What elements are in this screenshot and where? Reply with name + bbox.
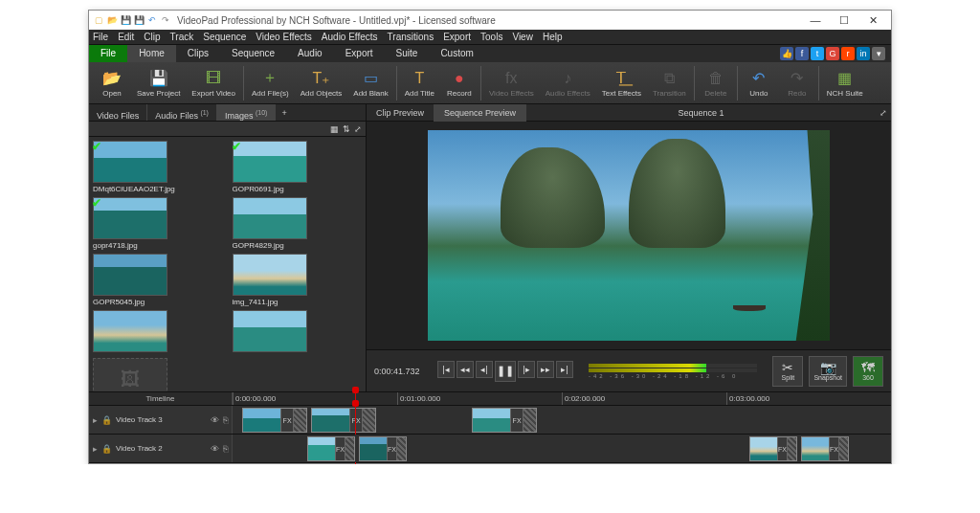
bin-tab-video-files[interactable]: Video Files [89, 104, 147, 121]
clip-fx-icon[interactable]: FX [387, 437, 396, 460]
bin-tab-images[interactable]: Images (10) [217, 104, 276, 121]
preview-tab-sequence-preview[interactable]: Sequence Preview [434, 104, 526, 122]
menu-view[interactable]: View [512, 32, 533, 42]
bin-tab-audio-files[interactable]: Audio Files (1) [147, 104, 217, 121]
clip-fx-icon[interactable]: FX [335, 437, 345, 460]
video-preview-frame[interactable] [428, 130, 830, 341]
ribbon-tab-audio[interactable]: Audio [286, 45, 334, 62]
more-icon[interactable]: ▾ [872, 47, 885, 60]
like-icon[interactable]: 👍 [780, 47, 793, 60]
media-thumb[interactable] [233, 310, 363, 354]
clip-transition-icon[interactable] [523, 409, 536, 432]
add-file-s--button[interactable]: ＋Add File(s) [246, 64, 295, 102]
bin-expand-icon[interactable]: ⤢ [354, 124, 362, 134]
ribbon-tab-home[interactable]: Home [127, 45, 176, 62]
track-header[interactable]: ▸🔒Video Track 3👁⎘ [89, 406, 233, 434]
track-collapse-icon[interactable]: ▸ [93, 444, 98, 454]
menu-file[interactable]: File [93, 32, 108, 42]
menu-sequence[interactable]: Sequence [203, 32, 246, 42]
goto-end-button[interactable]: ▸| [556, 361, 573, 378]
timeline-ruler[interactable]: 0:00:00.0000:01:00.0000:02:00.0000:03:00… [233, 392, 891, 405]
media-thumb[interactable]: GOPR5045.jpg [93, 254, 223, 306]
add-blank-button[interactable]: ▭Add Blank [347, 64, 393, 102]
clip-fx-icon[interactable]: FX [777, 437, 787, 460]
clip-fx-icon[interactable]: FX [280, 409, 294, 432]
timeline-clip[interactable]: FX [307, 436, 355, 461]
ribbon-tab-custom[interactable]: Custom [429, 45, 484, 62]
media-thumb[interactable]: ✔DMqt6CiUEAAO2ET.jpg [93, 141, 223, 193]
maximize-button[interactable]: ☐ [830, 14, 858, 27]
clip-transition-icon[interactable] [362, 409, 375, 432]
timeline-clip[interactable]: FX [311, 408, 376, 433]
add-objects-button[interactable]: T₊Add Objects [295, 64, 348, 102]
step-forward-button[interactable]: |▸ [518, 361, 535, 378]
snapshot-button[interactable]: 📷Snapshot [809, 356, 847, 387]
media-thumb[interactable] [93, 310, 223, 354]
qat-redo-icon[interactable]: ↷ [160, 14, 171, 26]
close-button[interactable]: ✕ [858, 14, 887, 27]
clip-transition-icon[interactable] [838, 437, 848, 460]
menu-audio-effects[interactable]: Audio Effects [322, 32, 378, 42]
facebook-icon[interactable]: f [795, 47, 809, 60]
track-link-icon[interactable]: ⎘ [223, 415, 228, 425]
save-project-button[interactable]: 💾Save Project [131, 64, 186, 102]
ribbon-tab-export[interactable]: Export [334, 45, 385, 62]
bin-add-tab-button[interactable]: + [276, 104, 292, 121]
track-collapse-icon[interactable]: ▸ [93, 415, 98, 425]
track-link-icon[interactable]: ⎘ [223, 444, 228, 454]
timeline-clip[interactable]: FX [472, 408, 537, 433]
reddit-icon[interactable]: r [841, 47, 855, 60]
rewind-button[interactable]: ◂◂ [457, 361, 474, 378]
ribbon-tab-sequence[interactable]: Sequence [220, 45, 286, 62]
track-lane[interactable]: FXFXFXFX [233, 435, 891, 462]
track-visibility-icon[interactable]: 👁 [211, 415, 219, 425]
media-thumb[interactable]: GOPR4829.jpg [233, 197, 363, 250]
track-lane[interactable]: FXFXFX [233, 406, 891, 434]
timeline-clip[interactable]: FX [749, 436, 797, 461]
media-thumb[interactable]: ✔gopr4718.jpg [93, 197, 223, 250]
track-lock-icon[interactable]: 🔒 [101, 444, 112, 454]
add-title-button[interactable]: TAdd Title [399, 64, 440, 102]
menu-edit[interactable]: Edit [118, 32, 134, 42]
menu-tools[interactable]: Tools [480, 32, 502, 42]
export-video-button[interactable]: 🎞Export Video [186, 64, 241, 102]
menu-help[interactable]: Help [543, 32, 563, 42]
menu-clip[interactable]: Clip [144, 32, 160, 42]
split-button[interactable]: ✂Split [772, 356, 803, 387]
clip-fx-icon[interactable]: FX [829, 437, 838, 460]
qat-save-icon[interactable]: 💾 [120, 14, 131, 26]
twitter-icon[interactable]: t [811, 47, 824, 60]
ribbon-tab-clips[interactable]: Clips [176, 45, 220, 62]
media-thumb[interactable]: img_7411.jpg [233, 254, 363, 306]
undo-button[interactable]: ↶Undo [740, 64, 778, 102]
menu-transitions[interactable]: Transitions [388, 32, 434, 42]
bin-sort-icon[interactable]: ⇅ [343, 124, 350, 134]
media-thumb[interactable]: ✔GOPR0691.jpg [233, 141, 363, 193]
minimize-button[interactable]: — [801, 14, 830, 27]
step-back-button[interactable]: ◂| [476, 361, 493, 378]
menu-export[interactable]: Export [443, 32, 471, 42]
preview-tab-clip-preview[interactable]: Clip Preview [367, 104, 434, 122]
clip-fx-icon[interactable]: FX [510, 409, 523, 432]
fast-forward-button[interactable]: ▸▸ [537, 361, 554, 378]
add-media-placeholder[interactable]: 🖼 [93, 358, 223, 391]
qat-new-icon[interactable]: ▢ [93, 14, 104, 26]
qat-saveas-icon[interactable]: 💾 [133, 14, 145, 26]
popout-icon[interactable]: ⤢ [876, 108, 891, 118]
timeline-clip[interactable]: FX [359, 436, 407, 461]
menu-video-effects[interactable]: Video Effects [256, 32, 312, 42]
clip-transition-icon[interactable] [396, 437, 406, 460]
clip-transition-icon[interactable] [345, 437, 354, 460]
bin-view-icon[interactable]: ▦ [330, 124, 339, 134]
menu-track[interactable]: Track [170, 32, 194, 42]
nch-suite-button[interactable]: ▦NCH Suite [821, 64, 869, 102]
track-header[interactable]: ▸🔒Video Track 2👁⎘ [89, 435, 233, 462]
record-button[interactable]: ●Record [440, 64, 479, 102]
timeline-clip[interactable]: FX [242, 408, 307, 433]
qat-undo-icon[interactable]: ↶ [146, 14, 158, 26]
google-icon[interactable]: G [826, 47, 839, 60]
ribbon-tab-suite[interactable]: Suite [385, 45, 430, 62]
linkedin-icon[interactable]: in [857, 47, 870, 60]
timeline-clip[interactable]: FX [801, 436, 849, 461]
open-button[interactable]: 📂Open [93, 64, 131, 102]
